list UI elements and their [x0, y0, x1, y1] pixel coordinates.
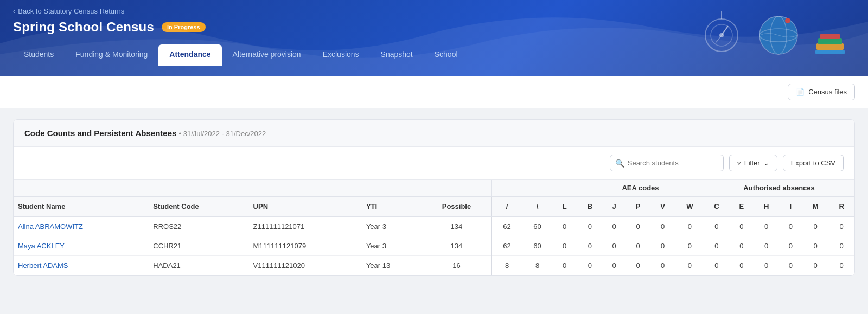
tab-snapshot[interactable]: Snapshot: [370, 44, 424, 66]
page-title: Spring School Census: [13, 20, 154, 35]
section-header: Code Counts and Persistent Absentees • 3…: [14, 120, 854, 147]
table-cell: 0: [704, 216, 730, 236]
census-files-button[interactable]: 📄 Census files: [788, 84, 855, 100]
section-title: Code Counts and Persistent Absentees • 3…: [24, 129, 266, 138]
col-j: J: [603, 197, 626, 217]
table-cell: 0: [675, 256, 704, 275]
table-cell[interactable]: Alina ABRAMOWITZ: [14, 216, 149, 236]
table-row: Maya ACKLEYCCHR21M111111121079Year 31346…: [14, 236, 854, 256]
table-cell: 8: [492, 256, 522, 275]
aea-codes-header: AEA codes: [577, 180, 704, 197]
controls-row: 🔍 ▿ Filter ⌄ Export to CSV: [14, 147, 854, 180]
table-cell[interactable]: Herbert ADAMS: [14, 256, 149, 275]
table-cell: Year 3: [362, 236, 422, 256]
table-cell: M111111121079: [249, 236, 362, 256]
toolbar: 📄 Census files: [0, 76, 868, 108]
main-nav: Students Funding & Monitoring Attendance…: [13, 44, 855, 66]
back-link[interactable]: ‹ Back to Statutory Census Returns: [13, 7, 124, 15]
col-possible: Possible: [422, 197, 492, 217]
table-cell: 0: [729, 216, 754, 236]
table-cell: 0: [729, 236, 754, 256]
table-cell: 0: [626, 236, 650, 256]
tab-exclusions[interactable]: Exclusions: [312, 44, 370, 66]
table-cell: 0: [802, 256, 829, 275]
table-cell: 0: [626, 216, 650, 236]
table-row: Herbert ADAMSHADA21V111111121020Year 131…: [14, 256, 854, 275]
tab-alternative-provision[interactable]: Alternative provision: [222, 44, 312, 66]
table-cell: 0: [603, 256, 626, 275]
col-r: R: [829, 197, 854, 217]
table-cell: CCHR21: [149, 236, 248, 256]
table-cell: 0: [650, 256, 675, 275]
table-cell: 0: [754, 216, 779, 236]
table-cell: 0: [553, 236, 577, 256]
table-cell: 0: [577, 236, 602, 256]
search-wrapper: 🔍: [610, 155, 724, 171]
table-cell: 60: [522, 236, 553, 256]
tab-attendance[interactable]: Attendance: [158, 44, 221, 66]
section-card: Code Counts and Persistent Absentees • 3…: [13, 119, 855, 276]
table-cell: 0: [779, 216, 802, 236]
table-cell: 0: [626, 256, 650, 275]
tab-school[interactable]: School: [424, 44, 469, 66]
table-cell: 0: [603, 236, 626, 256]
col-c: C: [704, 197, 730, 217]
empty-group: [14, 180, 492, 197]
table-cell: 0: [829, 236, 854, 256]
table-cell: RROS22: [149, 216, 248, 236]
group-header-row: AEA codes Authorised absences: [14, 180, 854, 197]
search-icon: 🔍: [615, 159, 624, 168]
table-cell: 0: [675, 236, 704, 256]
tab-funding-monitoring[interactable]: Funding & Monitoring: [65, 44, 158, 66]
col-slash: /: [492, 197, 522, 217]
authorised-absences-header: Authorised absences: [704, 180, 854, 197]
chevron-left-icon: ‹: [13, 7, 15, 15]
table-cell: V111111121020: [249, 256, 362, 275]
table-cell: 0: [650, 216, 675, 236]
main-content: Code Counts and Persistent Absentees • 3…: [0, 108, 868, 287]
col-i: I: [779, 197, 802, 217]
empty-group2: [492, 180, 577, 197]
table-cell: 8: [522, 256, 553, 275]
data-table-container: AEA codes Authorised absences Student Na…: [14, 180, 854, 275]
page-header: ‹ Back to Statutory Census Returns Sprin…: [0, 0, 868, 76]
svg-point-9: [785, 18, 790, 23]
table-cell: 60: [522, 216, 553, 236]
table-cell: 16: [422, 256, 492, 275]
table-cell: 0: [704, 236, 730, 256]
col-h: H: [754, 197, 779, 217]
table-cell: 0: [729, 256, 754, 275]
tab-students[interactable]: Students: [13, 44, 65, 66]
status-badge: In Progress: [162, 22, 206, 32]
table-cell: 134: [422, 216, 492, 236]
table-cell: 0: [829, 216, 854, 236]
table-cell: 0: [675, 216, 704, 236]
table-cell[interactable]: Maya ACKLEY: [14, 236, 149, 256]
table-cell: 0: [754, 236, 779, 256]
col-student-name: Student Name: [14, 197, 149, 217]
col-l: L: [553, 197, 577, 217]
svg-rect-12: [820, 34, 840, 39]
col-e: E: [729, 197, 754, 217]
filter-icon: ▿: [737, 159, 741, 167]
table-cell: 62: [492, 216, 522, 236]
filter-button[interactable]: ▿ Filter ⌄: [729, 155, 777, 171]
col-backslash: \: [522, 197, 553, 217]
table-cell: 0: [650, 236, 675, 256]
table-cell: Z111111121071: [249, 216, 362, 236]
col-yti: YTI: [362, 197, 422, 217]
table-cell: Year 13: [362, 256, 422, 275]
table-cell: Year 3: [362, 216, 422, 236]
col-v: V: [650, 197, 675, 217]
table-cell: 0: [802, 216, 829, 236]
table-cell: 0: [704, 256, 730, 275]
table-cell: 0: [603, 216, 626, 236]
table-cell: 0: [754, 256, 779, 275]
table-cell: 0: [553, 216, 577, 236]
table-cell: 0: [802, 236, 829, 256]
table-cell: 0: [829, 256, 854, 275]
table-cell: 0: [577, 216, 602, 236]
table-cell: 0: [553, 256, 577, 275]
export-csv-button[interactable]: Export to CSV: [783, 155, 844, 171]
search-input[interactable]: [610, 155, 724, 171]
